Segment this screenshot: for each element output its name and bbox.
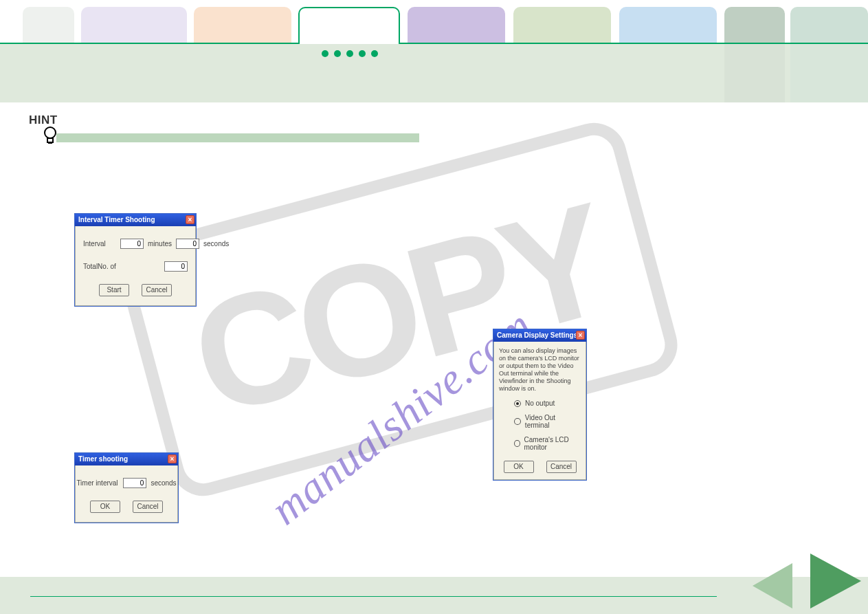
copy-watermark-text: COPY bbox=[113, 116, 685, 503]
cancel-button[interactable]: Cancel bbox=[546, 461, 577, 473]
hint-label: HINT bbox=[29, 113, 419, 127]
tab-3[interactable] bbox=[194, 7, 291, 43]
timer-interval-label: Timer interval bbox=[76, 479, 119, 487]
interval-seconds-input[interactable] bbox=[176, 239, 199, 249]
camera-display-title: Camera Display Settings × bbox=[493, 329, 586, 342]
close-icon[interactable]: × bbox=[186, 215, 194, 224]
cancel-button[interactable]: Cancel bbox=[133, 501, 163, 513]
timer-shooting-title-text: Timer shooting bbox=[78, 455, 128, 463]
lightbulb-icon bbox=[43, 126, 58, 145]
close-icon[interactable]: × bbox=[576, 331, 585, 340]
radio-lcd-monitor-label: Camera's LCD monitor bbox=[524, 436, 581, 451]
seconds-unit: seconds bbox=[203, 240, 229, 248]
camera-display-title-text: Camera Display Settings bbox=[497, 331, 577, 339]
subheader-block-2 bbox=[790, 43, 868, 102]
footer-rule bbox=[30, 596, 717, 597]
total-label: TotalNo. of bbox=[83, 263, 138, 270]
timer-shooting-dialog: Timer shooting × Timer interval seconds … bbox=[74, 452, 179, 523]
radio-no-output-label: No output bbox=[525, 399, 555, 407]
subheader-dots bbox=[322, 50, 378, 57]
camera-display-dialog: Camera Display Settings × You can also d… bbox=[493, 329, 587, 481]
svg-rect-1 bbox=[47, 138, 53, 142]
tab-1[interactable] bbox=[23, 7, 74, 43]
timer-seconds-input[interactable] bbox=[123, 478, 146, 488]
hint-bar bbox=[56, 133, 419, 142]
tab-4-active[interactable] bbox=[298, 7, 400, 43]
tab-5[interactable] bbox=[408, 7, 505, 43]
radio-video-out-label: Video Out terminal bbox=[525, 414, 581, 429]
interval-timer-title-text: Interval Timer Shooting bbox=[78, 216, 155, 223]
tab-strip bbox=[0, 0, 868, 43]
subheader-block-1 bbox=[724, 43, 785, 102]
interval-minutes-input[interactable] bbox=[120, 239, 144, 249]
hint-block: HINT bbox=[29, 113, 419, 142]
tab-2[interactable] bbox=[81, 7, 187, 43]
radio-no-output[interactable] bbox=[514, 400, 521, 407]
radio-video-out[interactable] bbox=[514, 418, 521, 425]
radio-lcd-monitor[interactable] bbox=[514, 440, 520, 447]
cancel-button[interactable]: Cancel bbox=[142, 284, 172, 296]
ok-button[interactable]: OK bbox=[504, 461, 534, 473]
minutes-unit: minutes bbox=[148, 240, 172, 248]
tab-6[interactable] bbox=[513, 7, 611, 43]
tab-rule-gap bbox=[300, 43, 399, 44]
camera-display-blurb: You can also display images on the camer… bbox=[499, 347, 581, 393]
tab-rule bbox=[0, 43, 868, 44]
footer bbox=[0, 577, 868, 614]
svg-point-0 bbox=[45, 127, 56, 138]
copy-watermark: COPY bbox=[113, 116, 685, 503]
tab-9[interactable] bbox=[790, 7, 868, 43]
next-page-arrow-icon[interactable] bbox=[810, 553, 861, 608]
ok-button[interactable]: OK bbox=[90, 501, 120, 513]
timer-shooting-title: Timer shooting × bbox=[75, 453, 178, 465]
start-button[interactable]: Start bbox=[99, 284, 129, 296]
subheader bbox=[0, 43, 868, 102]
total-input[interactable] bbox=[164, 261, 188, 272]
tab-8[interactable] bbox=[724, 7, 785, 43]
tab-7[interactable] bbox=[619, 7, 717, 43]
interval-label: Interval bbox=[83, 240, 116, 248]
timer-seconds-unit: seconds bbox=[151, 479, 176, 487]
interval-timer-title: Interval Timer Shooting × bbox=[75, 214, 196, 226]
interval-timer-dialog: Interval Timer Shooting × Interval minut… bbox=[74, 213, 197, 307]
close-icon[interactable]: × bbox=[168, 454, 177, 463]
nav-arrows bbox=[734, 559, 868, 614]
prev-page-arrow-icon[interactable] bbox=[753, 563, 792, 608]
